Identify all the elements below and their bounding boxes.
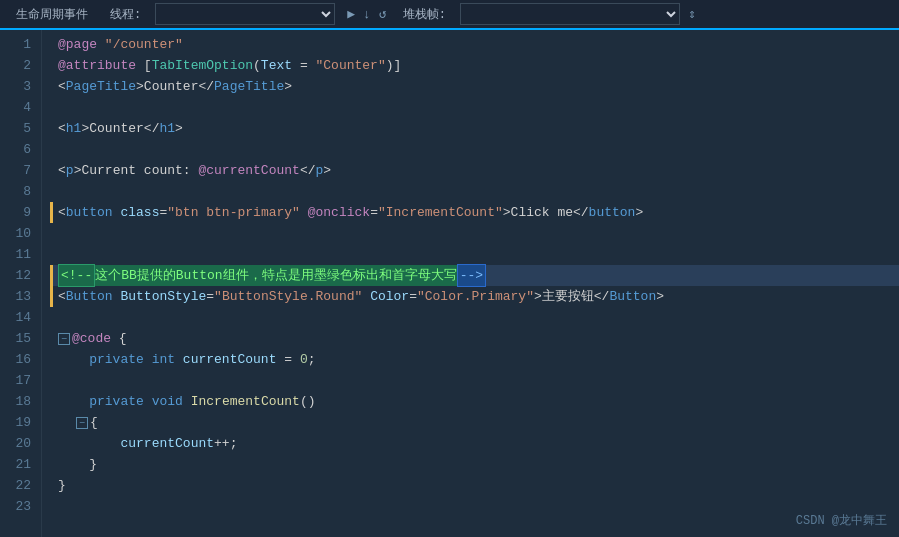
lt13: < — [58, 286, 66, 307]
parens18: () — [300, 391, 316, 412]
tag-button13-close: Button — [609, 286, 656, 307]
stackframe-select[interactable] — [460, 3, 680, 25]
attr-color13: Color — [370, 286, 409, 307]
tab-thread[interactable]: 线程: — [102, 4, 149, 25]
ln-8: 8 — [0, 181, 31, 202]
code-line-19: − { — [50, 412, 899, 433]
expand-icon[interactable]: ⇕ — [686, 5, 698, 23]
ln-20: 20 — [0, 433, 31, 454]
thread-select[interactable] — [155, 3, 335, 25]
collapse-code-icon[interactable]: − — [58, 333, 70, 345]
tag-button13: Button — [66, 286, 113, 307]
tab-lifecycle[interactable]: 生命周期事件 — [8, 4, 96, 25]
sp13 — [113, 286, 121, 307]
lt7b: </ — [300, 160, 316, 181]
code-line-8 — [50, 181, 899, 202]
ln-19: 19 — [0, 412, 31, 433]
semi16: ; — [308, 349, 316, 370]
step-down-icon[interactable]: ↓ — [361, 6, 373, 23]
code-line-20: currentCount ++; — [50, 433, 899, 454]
indent20 — [58, 433, 120, 454]
directive-attr: @attribute — [58, 55, 136, 76]
ln-18: 18 — [0, 391, 31, 412]
sp18b — [183, 391, 191, 412]
eq13b: = — [409, 286, 417, 307]
tag-h1-close: h1 — [159, 118, 175, 139]
ln-9: 9 — [0, 202, 31, 223]
toolbar-icons: ▶ ↓ ↺ — [345, 5, 388, 23]
ln-22: 22 — [0, 475, 31, 496]
str-buttonstyle: "ButtonStyle.Round" — [214, 286, 362, 307]
str-color13: "Color.Primary" — [417, 286, 534, 307]
ln-10: 10 — [0, 223, 31, 244]
code-line-9: < button class = "btn btn-primary" @oncl… — [50, 202, 899, 223]
tag-button9-close: button — [589, 202, 636, 223]
text-counter5: Counter — [89, 118, 144, 139]
sp16b — [175, 349, 183, 370]
dir-onclick: @onclick — [308, 202, 370, 223]
op20: ++; — [214, 433, 237, 454]
ln-5: 5 — [0, 118, 31, 139]
collapse-method-icon[interactable]: − — [76, 417, 88, 429]
attr-text: Text — [261, 55, 292, 76]
code-line-10 — [50, 223, 899, 244]
text-main-btn: 主要按钮 — [542, 286, 594, 307]
tag-p: p — [66, 160, 74, 181]
lt5b: </ — [144, 118, 160, 139]
str-class9: "btn btn-primary" — [167, 202, 300, 223]
tag-h1: h1 — [66, 118, 82, 139]
brace22: } — [58, 475, 66, 496]
gt9: > — [503, 202, 511, 223]
lt13b: </ — [594, 286, 610, 307]
refresh-icon[interactable]: ↺ — [377, 5, 389, 23]
str-onclick: "IncrementCount" — [378, 202, 503, 223]
gt5b: > — [175, 118, 183, 139]
gt3: > — [136, 76, 144, 97]
ln-3: 3 — [0, 76, 31, 97]
ln-14: 14 — [0, 307, 31, 328]
sp18 — [144, 391, 152, 412]
kw-void18: void — [152, 391, 183, 412]
eq13: = — [206, 286, 214, 307]
indent16 — [58, 349, 89, 370]
gt13: > — [534, 286, 542, 307]
binding-currentcount: @currentCount — [198, 160, 299, 181]
num-zero: 0 — [300, 349, 308, 370]
ln-2: 2 — [0, 55, 31, 76]
code-line-23 — [50, 496, 899, 517]
code-line-1: @page "/counter" — [50, 34, 899, 55]
eq9b: = — [370, 202, 378, 223]
sp16 — [144, 349, 152, 370]
brace15: { — [111, 328, 127, 349]
toolbar: 生命周期事件 线程: ▶ ↓ ↺ 堆栈帧: ⇕ — [0, 0, 899, 30]
lt3: < — [58, 76, 66, 97]
code-line-21: } — [50, 454, 899, 475]
code-line-15: − @code { — [50, 328, 899, 349]
ln-13: 13 — [0, 286, 31, 307]
ln-11: 11 — [0, 244, 31, 265]
lt7: < — [58, 160, 66, 181]
kw-private18: private — [89, 391, 144, 412]
code-line-6 — [50, 139, 899, 160]
code-line-14 — [50, 307, 899, 328]
ln-16: 16 — [0, 349, 31, 370]
brace19: { — [90, 412, 98, 433]
gt13b: > — [656, 286, 664, 307]
gt5: > — [81, 118, 89, 139]
sp2: [ — [136, 55, 152, 76]
code-line-3: < PageTitle > Counter </ PageTitle > — [50, 76, 899, 97]
tag-pagetitle: PageTitle — [66, 76, 136, 97]
ln-6: 6 — [0, 139, 31, 160]
brace21: } — [89, 454, 97, 475]
kw-int16: int — [152, 349, 175, 370]
lt5: < — [58, 118, 66, 139]
gt3b: > — [284, 76, 292, 97]
attr-buttonstyle: ButtonStyle — [120, 286, 206, 307]
directive-page: @page — [58, 34, 97, 55]
lt9: < — [58, 202, 66, 223]
lt9b: </ — [573, 202, 589, 223]
indent18 — [58, 391, 89, 412]
play-icon[interactable]: ▶ — [345, 5, 357, 23]
attr-tabitem: TabItemOption — [152, 55, 253, 76]
tab-stackframe: 堆栈帧: — [395, 4, 454, 25]
